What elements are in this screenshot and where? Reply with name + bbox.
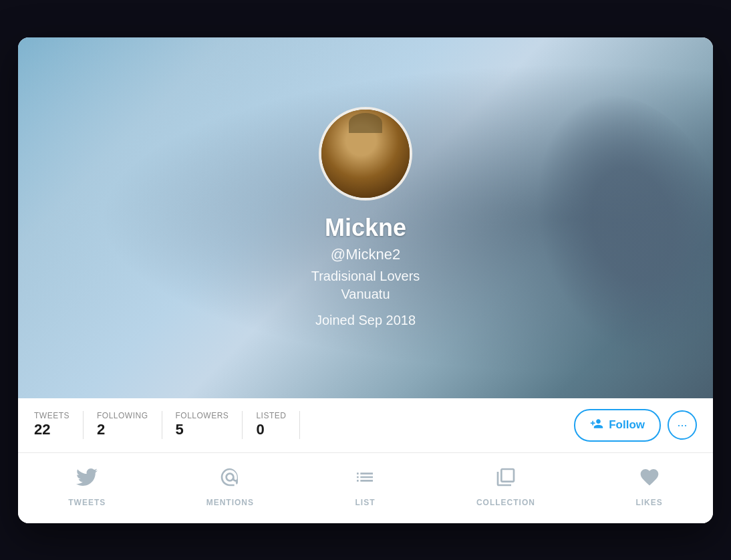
listed-label: LISTED — [256, 411, 286, 420]
tabs-bar: TWEETS MENTIONS LIST — [18, 453, 713, 523]
list-icon — [354, 466, 376, 493]
display-name: Mickne — [325, 214, 406, 242]
tweets-label: TWEETS — [34, 411, 69, 420]
listed-value: 0 — [256, 420, 286, 440]
join-date: Joined Sep 2018 — [315, 313, 416, 328]
stat-tweets[interactable]: TWEETS 22 — [34, 411, 84, 440]
stats-bar: TWEETS 22 FOLLOWING 2 FOLLOWERS 5 LISTED… — [18, 398, 713, 453]
tab-collection[interactable]: COLLECTION — [456, 461, 555, 513]
stat-listed[interactable]: LISTED 0 — [243, 411, 300, 440]
more-button[interactable]: ··· — [668, 410, 697, 440]
follow-label: Follow — [609, 418, 645, 432]
at-icon — [219, 466, 241, 493]
heart-icon — [639, 466, 660, 493]
user-location: Vanuatu — [341, 287, 390, 302]
twitter-icon — [76, 466, 98, 493]
tab-mentions[interactable]: MENTIONS — [186, 461, 274, 513]
follow-button[interactable]: Follow — [574, 409, 661, 442]
mentions-tab-label: MENTIONS — [206, 498, 254, 507]
collection-tab-label: COLLECTION — [476, 498, 535, 507]
avatar-image — [321, 110, 410, 198]
stat-followers[interactable]: FOLLOWERS 5 — [162, 411, 243, 440]
tab-list[interactable]: LIST — [334, 461, 396, 513]
profile-modal: Mickne @Mickne2 Tradisional Lovers Vanua… — [18, 37, 713, 523]
following-value: 2 — [97, 420, 148, 440]
avatar-container — [319, 107, 412, 200]
followers-label: FOLLOWERS — [176, 411, 229, 420]
stat-following[interactable]: FOLLOWING 2 — [84, 411, 162, 440]
profile-header: Mickne @Mickne2 Tradisional Lovers Vanua… — [18, 37, 713, 398]
user-bio: Tradisional Lovers — [311, 269, 420, 284]
more-icon: ··· — [677, 418, 687, 432]
following-label: FOLLOWING — [97, 411, 148, 420]
tab-likes[interactable]: LIKES — [615, 461, 682, 513]
likes-tab-label: LIKES — [635, 498, 662, 507]
followers-value: 5 — [176, 420, 229, 440]
collection-icon — [495, 466, 517, 493]
tweets-value: 22 — [34, 420, 69, 440]
user-handle: @Mickne2 — [331, 246, 400, 263]
action-buttons: Follow ··· — [574, 409, 697, 442]
list-tab-label: LIST — [355, 498, 375, 507]
tweets-tab-label: TWEETS — [68, 498, 106, 507]
tab-tweets[interactable]: TWEETS — [48, 461, 126, 513]
avatar — [319, 107, 412, 200]
follow-icon — [590, 417, 603, 434]
